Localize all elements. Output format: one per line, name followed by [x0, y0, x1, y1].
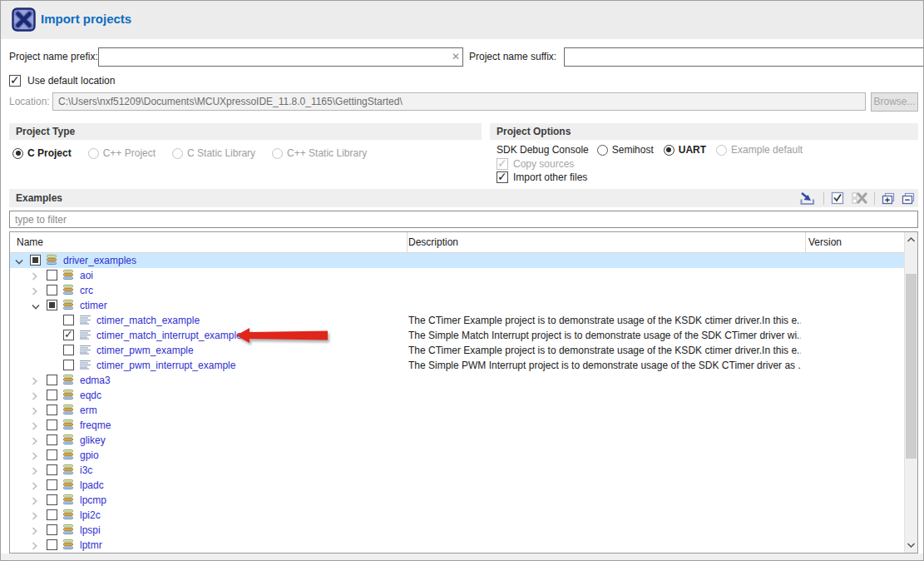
- radio-uart[interactable]: UART: [664, 144, 706, 156]
- row-label[interactable]: edma3: [80, 375, 111, 386]
- row-checkbox[interactable]: [47, 524, 57, 535]
- tree-row[interactable]: lpi2c: [10, 508, 904, 523]
- chevron-icon[interactable]: [32, 421, 42, 430]
- row-checkbox[interactable]: [47, 420, 57, 430]
- tree-row[interactable]: lpcmp: [10, 493, 904, 508]
- chevron-icon[interactable]: [32, 451, 42, 460]
- tree-row[interactable]: erm: [10, 403, 904, 418]
- scroll-down-icon[interactable]: [905, 539, 917, 552]
- row-label[interactable]: ctimer_match_interrupt_example: [96, 330, 242, 341]
- tree-row[interactable]: lpspi: [10, 523, 904, 538]
- row-checkbox[interactable]: [63, 360, 74, 370]
- row-label[interactable]: ctimer: [80, 300, 107, 311]
- chevron-icon[interactable]: [32, 436, 42, 445]
- tree-row[interactable]: freqme: [10, 418, 904, 433]
- column-header-name[interactable]: Name: [17, 232, 43, 252]
- row-checkbox[interactable]: [47, 434, 57, 445]
- chevron-icon[interactable]: [32, 511, 42, 520]
- chevron-icon[interactable]: [32, 526, 42, 535]
- tree-row[interactable]: crc: [10, 283, 904, 298]
- tree-row[interactable]: aoi: [10, 268, 904, 283]
- column-divider[interactable]: [805, 232, 806, 252]
- import-other-files-checkbox[interactable]: [497, 171, 508, 183]
- project-name-prefix-input[interactable]: [99, 48, 446, 66]
- chevron-icon[interactable]: [32, 541, 42, 550]
- row-label[interactable]: lptmr: [80, 539, 102, 551]
- tree-row[interactable]: glikey: [10, 433, 904, 448]
- import-archive-icon[interactable]: [798, 191, 817, 206]
- chevron-icon[interactable]: [32, 466, 42, 475]
- use-default-location-checkbox[interactable]: [9, 75, 21, 87]
- chevron-icon[interactable]: [32, 271, 42, 280]
- row-checkbox[interactable]: [47, 479, 57, 490]
- row-label[interactable]: i3c: [80, 464, 92, 476]
- row-checkbox[interactable]: [63, 330, 74, 340]
- row-checkbox[interactable]: [47, 509, 57, 520]
- tree-row[interactable]: driver_examples: [10, 253, 904, 268]
- chevron-icon[interactable]: [32, 376, 42, 385]
- tree-row[interactable]: gpio: [10, 448, 904, 463]
- row-label[interactable]: lpi2c: [80, 509, 101, 521]
- row-checkbox[interactable]: [47, 539, 57, 550]
- row-label[interactable]: gpio: [80, 449, 99, 461]
- select-all-icon[interactable]: [831, 191, 845, 205]
- row-label[interactable]: lpadc: [80, 479, 104, 491]
- row-checkbox[interactable]: [47, 405, 57, 415]
- row-checkbox[interactable]: [63, 315, 74, 325]
- radio-icon[interactable]: [597, 145, 608, 156]
- tree-row[interactable]: ctimer_pwm_example The CTimer Example pr…: [10, 343, 904, 358]
- tree-row[interactable]: ctimer_pwm_interrupt_example The Simple …: [10, 358, 904, 373]
- tree-row[interactable]: edma3: [10, 373, 904, 388]
- row-label[interactable]: erm: [80, 405, 97, 416]
- row-checkbox[interactable]: [47, 270, 57, 280]
- row-checkbox[interactable]: [47, 285, 57, 295]
- column-header-version[interactable]: Version: [808, 232, 842, 252]
- row-checkbox[interactable]: [47, 449, 57, 460]
- scroll-up-icon[interactable]: [905, 233, 917, 246]
- tree-row[interactable]: ctimer_match_example The CTimer Example …: [10, 313, 904, 328]
- row-label[interactable]: ctimer_pwm_interrupt_example: [96, 360, 235, 371]
- chevron-icon[interactable]: [32, 406, 42, 415]
- radio-icon[interactable]: [664, 145, 674, 156]
- row-label[interactable]: glikey: [80, 434, 106, 446]
- tree-row[interactable]: lptmr: [10, 538, 904, 553]
- row-label[interactable]: crc: [80, 285, 93, 296]
- collapse-all-icon[interactable]: [902, 192, 915, 205]
- row-label[interactable]: aoi: [80, 270, 93, 281]
- row-label[interactable]: driver_examples: [63, 255, 136, 266]
- tree-row[interactable]: eqdc: [10, 388, 904, 403]
- row-checkbox[interactable]: [47, 464, 57, 475]
- chevron-icon[interactable]: [32, 301, 42, 310]
- vertical-scrollbar[interactable]: [904, 232, 917, 553]
- tree-row[interactable]: ctimer_match_interrupt_example The Simpl…: [10, 328, 904, 343]
- tree-row[interactable]: i3c: [10, 463, 904, 478]
- radio-icon[interactable]: [12, 148, 23, 159]
- row-label[interactable]: ctimer_match_example: [96, 315, 200, 326]
- tree-row[interactable]: ctimer: [10, 298, 904, 313]
- deselect-all-icon[interactable]: [852, 191, 867, 205]
- radio-c-project[interactable]: C Project: [12, 147, 72, 159]
- radio-semihost[interactable]: Semihost: [597, 144, 654, 156]
- chevron-icon[interactable]: [32, 481, 42, 490]
- row-label[interactable]: lpspi: [80, 524, 101, 536]
- chevron-icon[interactable]: [32, 496, 42, 505]
- tree-row[interactable]: lpadc: [10, 478, 904, 493]
- column-divider[interactable]: [407, 232, 408, 252]
- project-name-suffix-input[interactable]: [565, 48, 923, 66]
- expand-all-icon[interactable]: [882, 192, 895, 205]
- row-label[interactable]: eqdc: [80, 390, 101, 401]
- scrollbar-thumb[interactable]: [906, 274, 917, 459]
- row-checkbox[interactable]: [63, 345, 74, 355]
- column-header-description[interactable]: Description: [408, 232, 458, 252]
- chevron-icon[interactable]: [15, 256, 25, 266]
- chevron-icon[interactable]: [32, 391, 42, 400]
- row-label[interactable]: freqme: [80, 420, 111, 431]
- row-label[interactable]: ctimer_pwm_example: [96, 345, 194, 356]
- row-checkbox[interactable]: [47, 375, 57, 385]
- row-label[interactable]: lpcmp: [80, 494, 106, 506]
- row-checkbox[interactable]: [47, 300, 57, 310]
- row-checkbox[interactable]: [30, 255, 41, 266]
- chevron-icon[interactable]: [32, 286, 42, 295]
- clear-prefix-icon[interactable]: ✕: [452, 51, 460, 63]
- row-checkbox[interactable]: [47, 494, 57, 505]
